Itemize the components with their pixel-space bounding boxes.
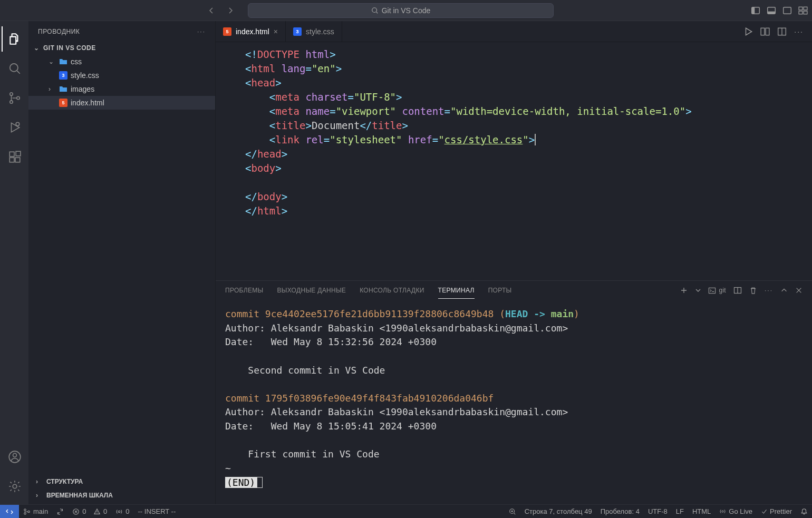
- trash-icon[interactable]: [749, 287, 757, 295]
- new-terminal-icon[interactable]: [680, 286, 688, 295]
- svg-point-21: [13, 484, 17, 488]
- svg-point-10: [10, 64, 18, 72]
- css-file-icon: 3: [59, 71, 67, 80]
- status-spaces[interactable]: Пробелов: 4: [596, 507, 644, 515]
- tab-label: style.css: [306, 27, 334, 36]
- svg-point-30: [24, 512, 26, 514]
- bottom-panel: ПРОБЛЕМЫ ВЫХОДНЫЕ ДАННЫЕ КОНСОЛЬ ОТЛАДКИ…: [216, 280, 812, 504]
- tab-index-html[interactable]: 5 index.html ×: [216, 21, 286, 42]
- go-live-label: Go Live: [729, 507, 752, 515]
- layout-panel-icon[interactable]: [767, 6, 776, 15]
- svg-rect-9: [804, 11, 807, 14]
- status-branch[interactable]: main: [19, 507, 52, 515]
- nav-back-button[interactable]: [205, 4, 218, 17]
- folder-icon: [59, 85, 67, 93]
- html-file-icon: 5: [59, 99, 67, 107]
- folder-icon: [59, 57, 67, 66]
- nav-forward-button[interactable]: [224, 4, 237, 17]
- editor-tabs: 5 index.html × 3 style.css ···: [216, 21, 812, 42]
- folder-label: css: [71, 57, 82, 66]
- remote-button[interactable]: [0, 505, 19, 518]
- activity-search[interactable]: [2, 56, 27, 81]
- search-icon: [371, 7, 379, 14]
- terminal-profile[interactable]: git: [708, 287, 726, 295]
- split-terminal-icon[interactable]: [733, 286, 742, 295]
- status-prettier[interactable]: Prettier: [757, 507, 796, 515]
- folder-images[interactable]: › images: [28, 82, 215, 96]
- svg-point-33: [119, 511, 121, 513]
- status-eol[interactable]: LF: [672, 507, 688, 515]
- svg-rect-22: [761, 28, 765, 35]
- code-editor[interactable]: <!DOCTYPE html> <html lang="en"> <head> …: [216, 42, 812, 280]
- tab-style-css[interactable]: 3 style.css: [286, 21, 342, 42]
- status-vim-mode: -- INSERT --: [134, 507, 180, 515]
- branch-name: main: [33, 507, 48, 515]
- panel-tab-output[interactable]: ВЫХОДНЫЕ ДАННЫЕ: [277, 282, 346, 298]
- run-icon[interactable]: [743, 27, 753, 36]
- activity-bar: [0, 21, 28, 504]
- css-file-icon: 3: [293, 27, 302, 36]
- terminal-output[interactable]: commit 9ce4402ee5176fe21d6bb91139f28806c…: [216, 300, 812, 504]
- panel-tab-debug-console[interactable]: КОНСОЛЬ ОТЛАДКИ: [360, 282, 424, 298]
- layout-customize-icon[interactable]: [798, 6, 808, 15]
- project-name: GIT IN VS CODE: [43, 44, 96, 52]
- svg-rect-17: [15, 158, 20, 162]
- activity-source-control[interactable]: [2, 85, 27, 111]
- status-encoding[interactable]: UTF-8: [644, 507, 672, 515]
- file-label: style.css: [71, 71, 99, 80]
- terminal-profile-label: git: [719, 287, 726, 294]
- status-notifications[interactable]: [796, 508, 812, 515]
- status-ports[interactable]: 0: [111, 507, 133, 515]
- warnings-count: 0: [103, 507, 107, 515]
- status-go-live[interactable]: Go Live: [715, 507, 757, 515]
- close-panel-icon[interactable]: [795, 287, 803, 294]
- command-center[interactable]: Git in VS Code: [248, 3, 554, 18]
- panel-tab-terminal[interactable]: ТЕРМИНАЛ: [438, 282, 475, 299]
- tab-label: index.html: [236, 27, 269, 36]
- project-header[interactable]: ⌄ GIT IN VS CODE: [28, 42, 215, 54]
- svg-point-12: [10, 101, 13, 103]
- outline-label: СТРУКТУРА: [46, 478, 83, 485]
- titlebar: Git in VS Code: [0, 0, 812, 21]
- close-icon[interactable]: ×: [274, 27, 278, 36]
- status-bar: main 0 0 0 -- INSERT -- Строка 7, столбе…: [0, 504, 812, 518]
- prettier-label: Prettier: [770, 507, 792, 515]
- timeline-label: ВРЕМЕННАЯ ШКАЛА: [46, 492, 113, 499]
- svg-rect-16: [9, 158, 14, 162]
- status-errors[interactable]: 0 0: [68, 507, 111, 515]
- svg-rect-5: [784, 7, 791, 13]
- activity-accounts[interactable]: [2, 444, 27, 470]
- folder-css[interactable]: ⌄ css: [28, 55, 215, 69]
- status-zoom[interactable]: [505, 508, 520, 515]
- file-index-html[interactable]: 5 index.html: [28, 96, 215, 110]
- activity-explorer[interactable]: [2, 26, 27, 52]
- panel-tab-ports[interactable]: ПОРТЫ: [488, 282, 512, 298]
- timeline-section[interactable]: ›ВРЕМЕННАЯ ШКАЛА: [28, 488, 215, 502]
- svg-rect-8: [799, 11, 803, 14]
- activity-settings[interactable]: [2, 474, 27, 499]
- svg-rect-6: [799, 7, 803, 10]
- status-sync[interactable]: [52, 508, 68, 515]
- file-style-css[interactable]: 3 style.css: [28, 69, 215, 82]
- folder-label: images: [71, 85, 94, 93]
- layout-sidebar-left-icon[interactable]: [751, 6, 760, 15]
- maximize-panel-icon[interactable]: [780, 287, 788, 294]
- outline-section[interactable]: ›СТРУКТУРА: [28, 475, 215, 488]
- activity-run-debug[interactable]: [2, 115, 27, 140]
- sidebar-more-icon[interactable]: ···: [197, 28, 206, 35]
- split-editor-icon[interactable]: [777, 27, 787, 36]
- panel-tab-problems[interactable]: ПРОБЛЕМЫ: [225, 282, 263, 298]
- activity-extensions[interactable]: [2, 144, 27, 170]
- status-line-col[interactable]: Строка 7, столбец 49: [520, 507, 596, 515]
- compare-icon[interactable]: [760, 27, 770, 36]
- chevron-down-icon[interactable]: [695, 288, 701, 293]
- errors-count: 0: [82, 507, 86, 515]
- file-label: index.html: [71, 99, 104, 107]
- status-language[interactable]: HTML: [688, 507, 715, 515]
- more-icon[interactable]: ···: [765, 287, 773, 294]
- port-count: 0: [125, 507, 129, 515]
- layout-sidebar-right-icon[interactable]: [782, 6, 792, 15]
- svg-rect-4: [768, 11, 776, 14]
- svg-point-11: [10, 93, 13, 95]
- more-actions-icon[interactable]: ···: [794, 27, 804, 36]
